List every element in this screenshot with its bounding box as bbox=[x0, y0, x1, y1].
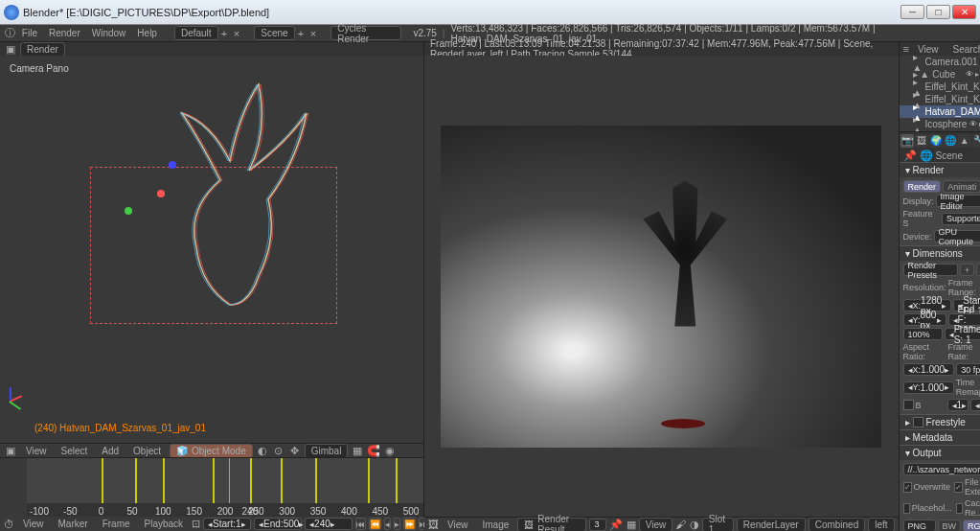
timeline[interactable]: -100-50050100150200240250300350400450500 bbox=[0, 457, 423, 517]
file-menu[interactable]: File bbox=[16, 28, 43, 38]
gizmo-x-icon[interactable] bbox=[157, 190, 165, 197]
select-menu[interactable]: Select bbox=[56, 446, 94, 456]
tl-playback-menu[interactable]: Playback bbox=[139, 519, 190, 529]
layout-dropdown[interactable]: Default bbox=[174, 26, 218, 40]
gizmo-y-icon[interactable] bbox=[125, 207, 132, 215]
timeline-marker[interactable] bbox=[163, 458, 165, 504]
play-button[interactable]: ▸ bbox=[394, 518, 400, 530]
img-view-menu[interactable]: View bbox=[442, 519, 474, 530]
keyframe-prev-button[interactable]: ⏪ bbox=[369, 518, 381, 530]
keyframe-next-button[interactable]: ⏩ bbox=[403, 518, 416, 530]
pin-icon[interactable]: 📌 bbox=[609, 518, 623, 531]
bw-button[interactable]: BW bbox=[938, 519, 962, 531]
shading-icon[interactable]: ◐ bbox=[256, 444, 269, 457]
res-pct-field[interactable]: 100% bbox=[903, 328, 943, 340]
playhead[interactable] bbox=[229, 458, 230, 503]
metadata-header[interactable]: ▸ Metadata bbox=[900, 429, 980, 445]
3d-viewport[interactable]: Camera Pano (240) Hatvan_DAM_Szarvas_01_… bbox=[0, 56, 423, 443]
maximize-button[interactable]: □ bbox=[926, 5, 950, 19]
timeline-marker[interactable] bbox=[368, 458, 370, 504]
select-icon[interactable]: ▸ bbox=[975, 70, 980, 79]
scene-dropdown[interactable]: Scene bbox=[254, 26, 294, 40]
channels-icon[interactable]: ▦ bbox=[626, 518, 635, 531]
range-icon[interactable]: ⊡ bbox=[192, 518, 200, 531]
mode-dropdown[interactable]: 🧊 Object Mode bbox=[170, 444, 253, 458]
remap-old[interactable]: ◂1▸ bbox=[947, 399, 969, 411]
object-tab[interactable]: ▲ bbox=[958, 134, 971, 148]
aspect-x-field[interactable]: ◂X: 1.000▸ bbox=[903, 363, 955, 376]
display-dropdown[interactable]: Image Editor bbox=[936, 195, 980, 207]
view-menu[interactable]: View bbox=[20, 446, 53, 456]
visibility-icon[interactable]: 👁 bbox=[969, 120, 978, 128]
timeline-editor-icon[interactable]: ⏱ bbox=[4, 518, 14, 531]
add-scene-button[interactable]: + bbox=[295, 27, 308, 40]
current-frame-field[interactable]: ◂240▸ bbox=[305, 518, 353, 530]
res-y-field[interactable]: ◂Y: 800 px▸ bbox=[903, 313, 946, 326]
mask-icon[interactable]: ◑ bbox=[689, 518, 698, 531]
remap-new[interactable]: ◂10▸ bbox=[970, 399, 980, 411]
aspect-y-field[interactable]: ◂Y: 1.000▸ bbox=[903, 381, 954, 394]
img-image-menu[interactable]: Image bbox=[477, 519, 515, 530]
fileext-check[interactable]: ✓ bbox=[954, 482, 963, 493]
render-panel-header[interactable]: ▾ Render bbox=[900, 162, 980, 177]
orientation-dropdown[interactable]: Gimbal bbox=[305, 444, 349, 458]
outliner-item[interactable]: ▸ ▲ Camera.001👁▸📷 bbox=[900, 56, 980, 68]
window-menu[interactable]: Window bbox=[86, 28, 132, 38]
render-button[interactable]: Render bbox=[903, 180, 942, 193]
tl-view-menu[interactable]: View bbox=[17, 519, 50, 529]
render-slot[interactable]: Render bbox=[20, 42, 65, 57]
outliner-item[interactable]: ▸ ▲ Icosphere👁▸📷 bbox=[900, 118, 980, 130]
play-reverse-button[interactable]: ◂ bbox=[384, 518, 391, 530]
timeline-marker[interactable] bbox=[135, 458, 137, 504]
rgb-button[interactable]: RGB bbox=[963, 519, 980, 531]
pin-scene-icon[interactable]: 📌 bbox=[903, 149, 917, 162]
outliner-icon[interactable]: ≡ bbox=[903, 42, 909, 56]
eye-dropdown[interactable]: left bbox=[868, 518, 894, 532]
freestyle-header[interactable]: ▸ Freestyle bbox=[900, 414, 980, 429]
scene-link-label[interactable]: Scene bbox=[936, 150, 963, 161]
dimensions-header[interactable]: ▾ Dimensions bbox=[900, 245, 980, 261]
layers-icon[interactable]: ▦ bbox=[351, 444, 364, 457]
end-frame-field[interactable]: ◂End: 500▸ bbox=[254, 518, 302, 530]
fps-dropdown[interactable]: 30 fps bbox=[956, 363, 980, 376]
outliner-item[interactable]: ▸ ▲ Hatvan_DAM_S👁▸📷 bbox=[900, 105, 980, 118]
del-layout-button[interactable]: × bbox=[230, 27, 242, 40]
timeline-marker[interactable] bbox=[250, 458, 252, 504]
world-tab[interactable]: 🌐 bbox=[944, 134, 957, 148]
modifier-tab[interactable]: 🔧 bbox=[972, 134, 980, 148]
snap-icon[interactable]: 🧲 bbox=[367, 444, 380, 457]
timeline-marker[interactable] bbox=[281, 458, 283, 504]
help-menu[interactable]: Help bbox=[131, 28, 163, 38]
pass-dropdown[interactable]: Combined bbox=[809, 518, 866, 532]
manipulator-icon[interactable]: ✥ bbox=[288, 444, 302, 457]
render-menu[interactable]: Render bbox=[43, 28, 86, 38]
output-path-field[interactable]: //..\szarvas_network\szarv... bbox=[903, 463, 980, 475]
del-scene-button[interactable]: × bbox=[307, 27, 319, 40]
image-result-dropdown[interactable]: 🖼 Render Result bbox=[517, 518, 586, 532]
outliner-item[interactable]: ▸ ▲ Eiffel_Kint_Ked👁▸📷 bbox=[900, 81, 980, 93]
border-check[interactable] bbox=[903, 400, 914, 410]
overwrite-check[interactable]: ✓ bbox=[903, 482, 912, 493]
add-preset-button[interactable]: + bbox=[960, 264, 974, 276]
editor-type-icon[interactable]: ▣ bbox=[4, 444, 17, 457]
close-button[interactable]: ✕ bbox=[952, 5, 976, 19]
ol-search-menu[interactable]: Search bbox=[947, 44, 980, 55]
minimize-button[interactable]: ─ bbox=[900, 5, 924, 19]
add-menu[interactable]: Add bbox=[96, 446, 125, 456]
feature-dropdown[interactable]: Supported bbox=[942, 213, 980, 225]
pivot-icon[interactable]: ⊙ bbox=[272, 444, 285, 457]
ol-view-menu[interactable]: View bbox=[912, 44, 945, 55]
tl-marker-menu[interactable]: Marker bbox=[53, 519, 94, 529]
outliner-panel[interactable]: ▸ ▲ Camera.001👁▸📷▸ ▲ Cube👁▸📷▸ ▲ Eiffel_K… bbox=[900, 56, 980, 132]
timeline-marker[interactable] bbox=[102, 458, 103, 504]
gizmo-z-icon[interactable] bbox=[169, 161, 176, 169]
add-layout-button[interactable]: + bbox=[218, 27, 231, 40]
visibility-icon[interactable]: 👁 bbox=[966, 70, 974, 79]
render-tab[interactable]: 📷 bbox=[900, 134, 914, 148]
scene-mesh[interactable] bbox=[86, 65, 354, 353]
render-presets-dropdown[interactable]: Render Presets bbox=[903, 264, 958, 276]
placeholder-check[interactable] bbox=[903, 503, 910, 514]
timeline-marker[interactable] bbox=[315, 458, 317, 504]
tl-frame-menu[interactable]: Frame bbox=[97, 519, 136, 529]
timeline-marker[interactable] bbox=[396, 458, 398, 504]
